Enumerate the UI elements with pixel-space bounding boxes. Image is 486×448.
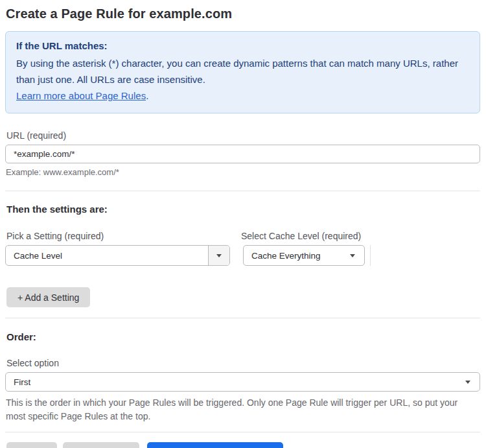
pick-setting-select-arrow-cell[interactable] bbox=[208, 246, 229, 265]
order-select[interactable]: First bbox=[5, 372, 480, 392]
divider bbox=[5, 432, 480, 432]
pick-setting-select[interactable]: Cache Level bbox=[5, 245, 230, 266]
chevron-down-icon bbox=[350, 254, 355, 257]
cancel-button[interactable]: Cancel bbox=[6, 442, 57, 448]
link-suffix: . bbox=[146, 90, 148, 101]
order-select-label: Select option bbox=[6, 358, 480, 368]
chevron-down-icon bbox=[465, 381, 470, 384]
page-title: Create a Page Rule for example.com bbox=[6, 6, 480, 21]
cache-level-label: Select Cache Level (required) bbox=[241, 231, 361, 241]
save-and-deploy-button[interactable]: Save and Deploy Page Rule bbox=[147, 442, 283, 448]
divider bbox=[5, 318, 480, 318]
pick-setting-label: Pick a Setting (required) bbox=[6, 231, 240, 241]
order-select-value: First bbox=[6, 377, 465, 387]
learn-more-link[interactable]: Learn more about Page Rules bbox=[16, 90, 146, 101]
setting-labels-row: Pick a Setting (required) Select Cache L… bbox=[5, 231, 480, 245]
info-box-heading: If the URL matches: bbox=[16, 40, 469, 51]
url-matches-info-box: If the URL matches: By using the asteris… bbox=[5, 31, 480, 113]
order-section-heading: Order: bbox=[6, 331, 480, 342]
page-rule-form: Create a Page Rule for example.com If th… bbox=[0, 0, 486, 448]
cache-level-select-arrow-pad bbox=[350, 254, 364, 257]
setting-row-divider bbox=[370, 245, 371, 266]
url-field-label: URL (required) bbox=[6, 130, 480, 141]
url-input[interactable] bbox=[5, 145, 480, 163]
add-setting-button[interactable]: + Add a Setting bbox=[6, 287, 90, 307]
order-description: This is the order in which your Page Rul… bbox=[6, 396, 472, 423]
url-example-hint: Example: www.example.com/* bbox=[6, 167, 480, 177]
info-box-body: By using the asterisk (*) character, you… bbox=[16, 55, 469, 88]
divider bbox=[5, 191, 480, 191]
info-box-link-line: Learn more about Page Rules. bbox=[16, 88, 469, 104]
save-as-draft-button[interactable]: Save as Draft bbox=[63, 442, 140, 448]
order-select-arrow-pad bbox=[465, 381, 480, 384]
pick-setting-select-value: Cache Level bbox=[6, 251, 208, 261]
setting-selects-row: Cache Level Cache Everything bbox=[5, 245, 480, 266]
chevron-down-icon bbox=[216, 254, 222, 257]
cache-level-select[interactable]: Cache Everything bbox=[243, 245, 365, 266]
footer-actions: Cancel Save as Draft Save and Deploy Pag… bbox=[6, 442, 480, 448]
cache-level-select-value: Cache Everything bbox=[244, 251, 350, 261]
settings-section-heading: Then the settings are: bbox=[6, 204, 480, 215]
